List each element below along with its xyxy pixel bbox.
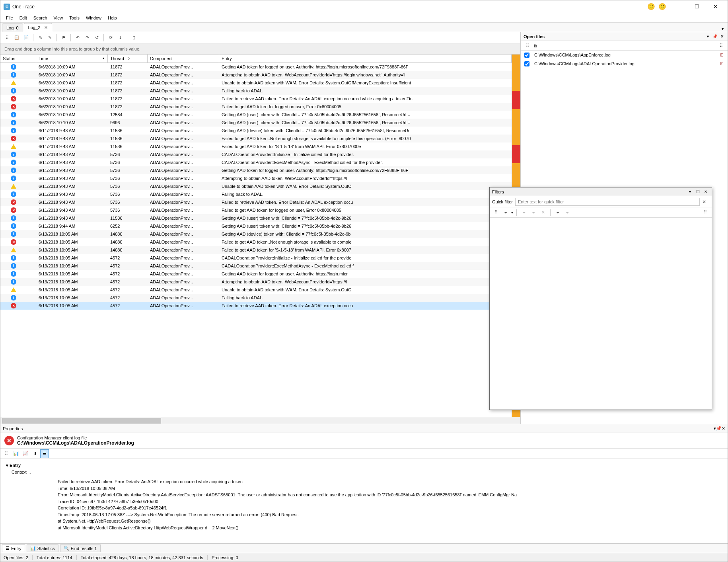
close-button[interactable]: ✕ xyxy=(706,1,724,13)
maximize-button[interactable]: ☐ xyxy=(688,1,706,13)
toolbar-btn[interactable]: ✎ xyxy=(36,33,45,42)
tab-find-results[interactable]: 🔍 Find results 1 xyxy=(60,544,101,552)
log-row[interactable]: 6/6/2018 10:09 AM11872ADALOperationProv.… xyxy=(0,79,512,87)
panel-pin-icon[interactable]: 📌 xyxy=(712,33,718,40)
log-row[interactable]: 6/6/2018 10:09 AM11872ADALOperationProv.… xyxy=(0,95,512,103)
menu-view[interactable]: View xyxy=(51,15,66,21)
log-row[interactable]: 6/13/2018 10:05 AM4572ADALOperationProv.… xyxy=(0,286,512,294)
toolbar-btn[interactable]: ⠿ xyxy=(492,209,500,217)
minimize-button[interactable]: — xyxy=(670,1,688,13)
log-row[interactable]: 6/11/2018 9:43 AM11536ADALOperationProv.… xyxy=(0,135,512,142)
tab-log2[interactable]: Log_2✕ xyxy=(24,23,53,32)
tab-statistics[interactable]: 📊 Statistics xyxy=(27,544,58,552)
panel-pin-icon[interactable]: 📌 xyxy=(716,426,722,431)
col-component[interactable]: Component xyxy=(148,55,219,62)
log-row[interactable]: i6/11/2018 9:43 AM11536ADALOperationProv… xyxy=(0,127,512,135)
log-row[interactable]: 6/11/2018 9:43 AM5736ADALOperationProv..… xyxy=(0,206,512,214)
filter-clear-icon[interactable]: ✕ xyxy=(539,209,547,217)
prop-view1-icon[interactable]: 📊 xyxy=(12,449,20,458)
log-row[interactable]: i6/6/2018 10:09 AM11872ADALOperationProv… xyxy=(0,87,512,95)
log-row[interactable]: i6/11/2018 9:43 AM5736ADALOperationProv.… xyxy=(0,158,512,166)
toolbar-btn[interactable]: ↶ xyxy=(73,33,82,42)
col-entry[interactable]: Entry xyxy=(219,55,512,62)
filter-btn[interactable]: ⏷ xyxy=(529,209,537,217)
clear-filter-icon[interactable]: ✕ xyxy=(702,199,709,205)
panel-close-icon[interactable]: ✕ xyxy=(719,33,725,40)
menu-window[interactable]: Window xyxy=(83,15,105,21)
dropdown-icon[interactable]: ▾ xyxy=(511,211,513,215)
filter-btn[interactable]: ⏷ xyxy=(520,209,528,217)
expand-icon[interactable]: ▾ xyxy=(6,463,8,468)
toolbar-btn[interactable]: ⠿ xyxy=(524,42,531,50)
menu-edit[interactable]: Edit xyxy=(16,15,30,21)
panel-menu-icon[interactable]: ▾ xyxy=(705,33,711,40)
log-row[interactable]: i6/11/2018 9:43 AM5736ADALOperationProv.… xyxy=(0,190,512,198)
log-row[interactable]: 6/6/2018 10:09 AM11872ADALOperationProv.… xyxy=(0,103,512,111)
log-row[interactable]: i6/13/2018 10:05 AM4572ADALOperationProv… xyxy=(0,262,512,270)
log-row[interactable]: i6/13/2018 10:05 AM4572ADALOperationProv… xyxy=(0,278,512,286)
file-add-icon[interactable]: 🗎 xyxy=(531,42,539,50)
toolbar-btn[interactable]: ⠿ xyxy=(2,449,11,458)
tab-overflow-button[interactable]: ▾ xyxy=(719,26,726,32)
log-row[interactable]: i6/11/2018 9:43 AM5736ADALOperationProv.… xyxy=(0,166,512,174)
filter-btn[interactable]: ⏷ xyxy=(563,209,571,217)
prop-view2-icon[interactable]: 📈 xyxy=(21,449,30,458)
menu-file[interactable]: File xyxy=(3,15,16,21)
open-file-row[interactable]: C:\Windows\CCM\Logs\ADALOperationProvide… xyxy=(521,59,728,68)
filter-funnel-icon[interactable]: ⏷ xyxy=(502,209,510,217)
tab-close-icon[interactable]: ✕ xyxy=(44,25,48,30)
quick-filter-input[interactable] xyxy=(515,198,700,206)
open-file-row[interactable]: C:\Windows\CCM\Logs\AppEnforce.log 🗓 xyxy=(521,51,728,59)
toolbar-menu-icon[interactable]: ⠿ xyxy=(701,209,709,217)
down-arrow-icon[interactable]: ↓ xyxy=(29,470,31,474)
col-status[interactable]: Status xyxy=(0,55,36,62)
col-thread[interactable]: Thread ID xyxy=(108,55,148,62)
toolbar-btn[interactable]: ↺ xyxy=(92,33,101,42)
toolbar-refresh-icon[interactable]: ⟳ xyxy=(106,33,115,42)
grid-body[interactable]: i6/6/2018 10:09 AM11872ADALOperationProv… xyxy=(0,63,512,417)
file-reload-icon[interactable]: 🗓 xyxy=(720,61,724,66)
log-row[interactable]: i6/6/2018 10:10 AM9696ADALOperationProv.… xyxy=(0,119,512,127)
log-row[interactable]: 6/13/2018 10:05 AM4572ADALOperationProv.… xyxy=(0,302,512,310)
toolbar-btn[interactable]: ↷ xyxy=(83,33,91,42)
toolbar-calendar-icon[interactable]: 🗓 xyxy=(130,33,138,42)
log-row[interactable]: i6/13/2018 10:05 AM4572ADALOperationProv… xyxy=(0,254,512,262)
log-row[interactable]: i6/13/2018 10:05 AM4572ADALOperationProv… xyxy=(0,270,512,278)
panel-close-icon[interactable]: ✕ xyxy=(722,426,725,431)
log-row[interactable]: i6/11/2018 9:43 AM11536ADALOperationProv… xyxy=(0,214,512,222)
panel-menu-icon[interactable]: ▾ xyxy=(686,188,693,195)
log-row[interactable]: i6/11/2018 9:43 AM5736ADALOperationProv.… xyxy=(0,174,512,182)
log-row[interactable]: i6/11/2018 9:43 AM5736ADALOperationProv.… xyxy=(0,150,512,158)
scrollbar-thumb[interactable] xyxy=(2,418,161,423)
group-by-bar[interactable]: Drag and drop a column into this area to… xyxy=(0,43,520,55)
menu-search[interactable]: Search xyxy=(30,15,51,21)
horizontal-scrollbar[interactable] xyxy=(0,417,520,424)
log-row[interactable]: 6/11/2018 9:43 AM5736ADALOperationProv..… xyxy=(0,182,512,190)
log-row[interactable]: 6/11/2018 9:43 AM11536ADALOperationProv.… xyxy=(0,142,512,150)
toolbar-menu-icon[interactable]: ⠿ xyxy=(717,42,725,50)
file-reload-icon[interactable]: 🗓 xyxy=(720,52,724,58)
log-row[interactable]: i6/6/2018 10:09 AM11872ADALOperationProv… xyxy=(0,71,512,79)
panel-maximize-icon[interactable]: ☐ xyxy=(694,188,701,195)
log-row[interactable]: i6/13/2018 10:05 AM4572ADALOperationProv… xyxy=(0,294,512,302)
log-row[interactable]: 6/11/2018 9:43 AM5736ADALOperationProv..… xyxy=(0,198,512,206)
col-time[interactable]: Time▲ xyxy=(36,55,108,62)
tab-log0[interactable]: Log_0 xyxy=(2,23,23,32)
file-checkbox[interactable] xyxy=(524,61,529,66)
prop-view3-icon[interactable]: ⬇ xyxy=(31,449,39,458)
filter-btn[interactable]: ⏷ xyxy=(554,209,562,217)
log-row[interactable]: 6/13/2018 10:05 AM14080ADALOperationProv… xyxy=(0,246,512,254)
toolbar-btn[interactable]: ⠿ xyxy=(3,33,12,42)
prop-view4-icon[interactable]: ☰ xyxy=(40,449,49,458)
log-row[interactable]: 6/13/2018 10:05 AM14080ADALOperationProv… xyxy=(0,238,512,246)
log-row[interactable]: i6/13/2018 10:05 AM14080ADALOperationPro… xyxy=(0,230,512,238)
toolbar-copy-icon[interactable]: 📋 xyxy=(12,33,21,42)
toolbar-btn[interactable]: ✎ xyxy=(45,33,54,42)
toolbar-paste-icon[interactable]: 📄 xyxy=(22,33,31,42)
log-row[interactable]: i6/6/2018 10:09 AM12584ADALOperationProv… xyxy=(0,111,512,119)
menu-tools[interactable]: Tools xyxy=(66,15,83,21)
file-checkbox[interactable] xyxy=(524,53,529,58)
menu-help[interactable]: Help xyxy=(105,15,120,21)
log-row[interactable]: i6/6/2018 10:09 AM11872ADALOperationProv… xyxy=(0,63,512,71)
toolbar-flag-icon[interactable]: ⚑ xyxy=(59,33,68,42)
